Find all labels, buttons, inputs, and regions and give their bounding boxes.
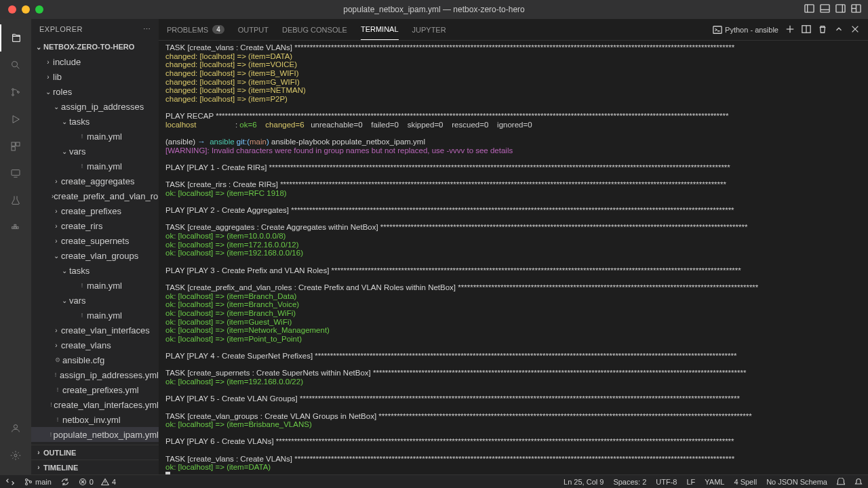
- tree-item[interactable]: ›lib: [31, 69, 159, 84]
- tree-item[interactable]: ›!main.yml: [31, 278, 159, 293]
- tree-item[interactable]: ›!main.yml: [31, 129, 159, 144]
- panel-tabs: PROBLEMS4 OUTPUT DEBUG CONSOLE TERMINAL …: [159, 19, 868, 41]
- tree-item[interactable]: ›!populate_netbox_ipam.yml: [31, 427, 159, 442]
- svg-rect-18: [12, 170, 20, 176]
- docker-icon[interactable]: [0, 214, 31, 241]
- explorer-label: EXPLORER: [39, 25, 83, 33]
- svg-point-25: [14, 454, 17, 457]
- tree-item[interactable]: ›include: [31, 54, 159, 69]
- tree-item[interactable]: ›!main.yml: [31, 159, 159, 174]
- problems-status[interactable]: 0 4: [79, 478, 116, 486]
- remote-icon[interactable]: [0, 160, 31, 187]
- tree-item[interactable]: ›create_prefix_and_vlan_roles: [31, 188, 159, 203]
- tree-item[interactable]: ⌄vars: [31, 144, 159, 159]
- title-icons: [804, 3, 868, 16]
- statusbar: main 0 4 Ln 25, Col 9 Spaces: 2 UTF-8 LF…: [0, 474, 868, 488]
- kill-terminal-icon[interactable]: [818, 24, 827, 35]
- search-icon[interactable]: [0, 52, 31, 79]
- tree-item[interactable]: ›create_vlans: [31, 338, 159, 352]
- explorer-icon[interactable]: [0, 24, 31, 52]
- sidebar: EXPLORER ⋯ ⌄NETBOX-ZERO-TO-HERO ›include…: [31, 19, 159, 474]
- indentation-status[interactable]: Spaces: 2: [613, 478, 646, 486]
- tree-item[interactable]: ⌄tasks: [31, 114, 159, 129]
- traffic-lights: [0, 5, 43, 14]
- tree-item[interactable]: ›!create_prefixes.yml: [31, 382, 159, 397]
- tree-item[interactable]: ›create_vlan_interfaces: [31, 323, 159, 338]
- split-terminal-icon[interactable]: [802, 24, 811, 35]
- tree-item[interactable]: ›!netbox_inv.yml: [31, 412, 159, 427]
- tree-item[interactable]: ⌄create_vlan_groups: [31, 248, 159, 263]
- svg-rect-21: [14, 227, 16, 229]
- tree-item[interactable]: ›!main.yml: [31, 308, 159, 323]
- svg-rect-0: [805, 5, 814, 12]
- tree-item[interactable]: ›create_prefixes: [31, 203, 159, 218]
- remote-status[interactable]: [5, 477, 15, 487]
- tab-output[interactable]: OUTPUT: [238, 19, 269, 40]
- notifications-icon[interactable]: [854, 478, 863, 486]
- settings-icon[interactable]: [0, 442, 31, 469]
- svg-rect-23: [14, 224, 16, 226]
- svg-line-10: [17, 66, 19, 68]
- svg-marker-14: [13, 116, 19, 123]
- svg-rect-2: [821, 5, 829, 12]
- editor-area: PROBLEMS4 OUTPUT DEBUG CONSOLE TERMINAL …: [159, 19, 868, 474]
- activity-bar: [0, 19, 31, 474]
- encoding-status[interactable]: UTF-8: [656, 478, 677, 486]
- extensions-icon[interactable]: [0, 133, 31, 160]
- project-title[interactable]: ⌄NETBOX-ZERO-TO-HERO: [31, 39, 159, 54]
- schema-status[interactable]: No JSON Schema: [766, 478, 827, 486]
- file-tree[interactable]: ›include›lib⌄roles⌄assign_ip_addresses⌄t…: [31, 54, 159, 445]
- toggle-sidebar-icon[interactable]: [804, 3, 814, 16]
- outline-section[interactable]: ›OUTLINE: [31, 445, 159, 460]
- feedback-icon[interactable]: [837, 478, 845, 486]
- tree-item[interactable]: ›create_aggregates: [31, 174, 159, 188]
- window-title: populate_netbox_ipam.yml — netbox-zero-t…: [343, 5, 524, 14]
- tree-item[interactable]: ›!create_vlan_interfaces.yml: [31, 397, 159, 412]
- svg-rect-16: [16, 142, 20, 146]
- svg-rect-17: [12, 147, 15, 150]
- tree-item[interactable]: ⌄assign_ip_addresses: [31, 99, 159, 114]
- maximize-button[interactable]: [35, 5, 43, 14]
- toggle-panel-icon[interactable]: [820, 3, 830, 16]
- svg-rect-15: [12, 142, 15, 146]
- account-icon[interactable]: [0, 415, 31, 442]
- tab-terminal[interactable]: TERMINAL: [361, 19, 399, 40]
- tab-problems[interactable]: PROBLEMS4: [167, 19, 224, 40]
- language-status[interactable]: YAML: [705, 478, 724, 486]
- close-panel-icon[interactable]: [850, 24, 860, 35]
- debug-icon[interactable]: [0, 106, 31, 133]
- more-icon[interactable]: ⋯: [143, 25, 151, 34]
- tree-item[interactable]: ›create_rirs: [31, 218, 159, 233]
- eol-status[interactable]: LF: [687, 478, 696, 486]
- tree-item[interactable]: ⌄vars: [31, 293, 159, 308]
- close-button[interactable]: [8, 5, 16, 14]
- svg-point-33: [26, 479, 28, 481]
- cursor-position[interactable]: Ln 25, Col 9: [564, 478, 604, 486]
- sync-status[interactable]: [61, 478, 69, 486]
- spell-status[interactable]: 4 Spell: [734, 478, 757, 486]
- new-terminal-icon[interactable]: [785, 24, 795, 35]
- tree-item[interactable]: ›⚙ansible.cfg: [31, 352, 159, 367]
- timeline-section[interactable]: ›TIMELINE: [31, 460, 159, 474]
- source-control-icon[interactable]: [0, 79, 31, 106]
- toggle-secondary-icon[interactable]: [835, 3, 846, 16]
- svg-rect-22: [16, 227, 18, 229]
- branch-status[interactable]: main: [24, 478, 52, 486]
- layout-icon[interactable]: [851, 3, 861, 16]
- tree-item[interactable]: ⌄roles: [31, 84, 159, 99]
- tab-jupyter[interactable]: JUPYTER: [412, 19, 446, 40]
- test-icon[interactable]: [0, 187, 31, 214]
- svg-point-9: [12, 62, 18, 67]
- maximize-panel-icon[interactable]: [834, 24, 844, 35]
- tree-item[interactable]: ›create_supernets: [31, 233, 159, 248]
- shell-selector[interactable]: Python - ansible: [713, 25, 778, 35]
- minimize-button[interactable]: [22, 5, 30, 14]
- terminal-content[interactable]: TASK [create_vlans : Create VLANs] *****…: [159, 41, 868, 474]
- tree-item[interactable]: ›!assign_ip_addresses.yml: [31, 367, 159, 382]
- svg-rect-4: [836, 5, 845, 12]
- svg-point-11: [12, 89, 14, 91]
- tree-item[interactable]: ⌄tasks: [31, 263, 159, 278]
- svg-point-24: [14, 425, 17, 428]
- svg-point-12: [12, 94, 14, 96]
- tab-debug[interactable]: DEBUG CONSOLE: [282, 19, 347, 40]
